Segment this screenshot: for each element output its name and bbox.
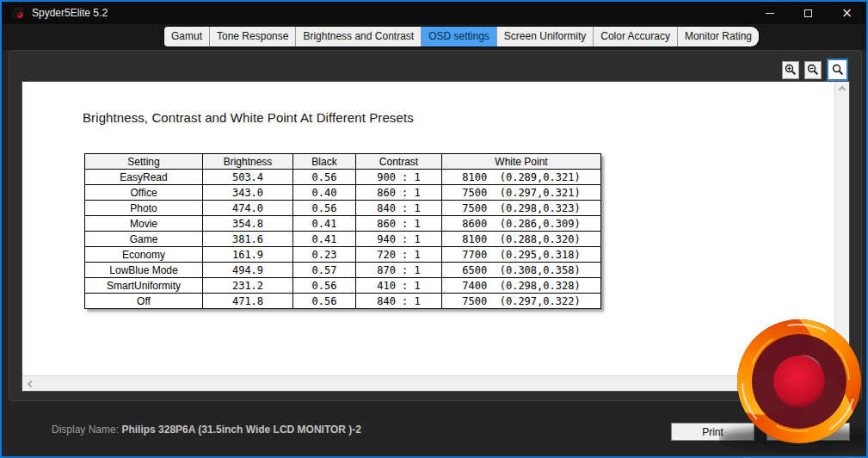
display-name-label: Display Name:	[52, 424, 119, 436]
value-cell: 720 : 1	[356, 247, 442, 263]
setting-cell: EasyRead	[85, 170, 203, 185]
value-cell: 7500 (0.298,0.323)	[442, 201, 601, 216]
setting-cell: SmartUniformity	[85, 278, 203, 294]
tab-color-accuracy[interactable]: Color Accuracy	[594, 27, 678, 46]
app-window: Spyder5Elite 5.2 × Gamut Tone Response B…	[0, 0, 868, 458]
column-header: Setting	[85, 154, 203, 170]
setting-cell: Economy	[85, 247, 203, 263]
column-header: White Point	[442, 154, 601, 170]
display-name: Display Name: Philips 328P6A (31.5inch W…	[52, 424, 361, 436]
value-cell: 7500 (0.297,0.322)	[442, 294, 601, 309]
table-row: Game381.60.41940 : 18100 (0.288,0.320)	[85, 232, 601, 247]
value-cell: 0.56	[293, 294, 356, 309]
value-cell: 840 : 1	[356, 294, 442, 309]
tab-group: Gamut Tone Response Brightness and Contr…	[164, 27, 759, 46]
table-row: Off471.80.56840 : 17500 (0.297,0.322)	[85, 294, 601, 309]
value-cell: 7400 (0.298,0.328)	[442, 278, 601, 294]
setting-cell: LowBlue Mode	[85, 263, 203, 278]
close-button[interactable]: ×	[828, 2, 866, 24]
value-cell: 354.8	[203, 216, 293, 232]
value-cell: 940 : 1	[356, 232, 442, 247]
column-header: Contrast	[356, 154, 442, 170]
results-table: SettingBrightnessBlackContrastWhite Poin…	[84, 153, 601, 309]
value-cell: 0.40	[293, 185, 356, 201]
table-row: Economy161.90.23720 : 17700 (0.295,0.318…	[85, 247, 601, 263]
minimize-icon	[766, 13, 774, 14]
table-row: Office343.00.40860 : 17500 (0.297,0.321)	[85, 185, 601, 201]
tab-tone-response[interactable]: Tone Response	[210, 27, 296, 46]
magnifier-plus-icon	[785, 64, 797, 76]
setting-cell: Game	[85, 232, 203, 247]
spyder-logo	[719, 315, 868, 458]
magnifier-minus-icon	[807, 64, 819, 76]
table-row: SmartUniformity231.20.56410 : 17400 (0.2…	[85, 278, 601, 294]
value-cell: 161.9	[203, 247, 293, 263]
window-controls: ×	[750, 2, 866, 24]
value-cell: 840 : 1	[356, 201, 442, 216]
value-cell: 503.4	[203, 170, 293, 185]
tab-brightness-and-contrast[interactable]: Brightness and Contrast	[296, 27, 422, 46]
value-cell: 7500 (0.297,0.321)	[442, 185, 601, 201]
value-cell: 494.9	[203, 263, 293, 278]
zoom-toolbar	[782, 59, 848, 81]
value-cell: 343.0	[203, 185, 293, 201]
value-cell: 6500 (0.308,0.358)	[442, 263, 601, 278]
zoom-in-button[interactable]	[782, 61, 799, 79]
value-cell: 900 : 1	[356, 170, 442, 185]
report-title: Brightness, Contrast and White Point At …	[83, 110, 414, 125]
value-cell: 8100 (0.288,0.320)	[442, 232, 601, 247]
zoom-reset-button[interactable]	[827, 59, 848, 81]
tab-screen-uniformity[interactable]: Screen Uniformity	[497, 27, 594, 46]
spyder-app-icon	[11, 6, 25, 20]
setting-cell: Office	[85, 185, 203, 201]
column-header: Brightness	[203, 154, 293, 170]
setting-cell: Off	[85, 294, 203, 309]
value-cell: 0.56	[293, 278, 356, 294]
value-cell: 0.56	[293, 170, 356, 185]
maximize-button[interactable]	[789, 2, 828, 24]
tab-monitor-rating[interactable]: Monitor Rating	[678, 27, 759, 46]
value-cell: 231.2	[203, 278, 293, 294]
tab-strip: Gamut Tone Response Brightness and Contr…	[2, 24, 866, 50]
window-title: Spyder5Elite 5.2	[32, 7, 108, 19]
table-row: Movie354.80.41860 : 18600 (0.286,0.309)	[85, 216, 601, 232]
value-cell: 0.56	[293, 201, 356, 216]
minimize-button[interactable]	[750, 2, 789, 24]
column-header: Black	[293, 154, 356, 170]
value-cell: 7700 (0.295,0.318)	[442, 247, 601, 263]
setting-cell: Photo	[85, 201, 203, 216]
results-table-body: EasyRead503.40.56900 : 18100 (0.289,0.32…	[85, 170, 601, 309]
table-row: LowBlue Mode494.90.57870 : 16500 (0.308,…	[85, 263, 601, 278]
table-row: Photo474.00.56840 : 17500 (0.298,0.323)	[85, 201, 601, 216]
value-cell: 860 : 1	[356, 185, 442, 201]
value-cell: 8600 (0.286,0.309)	[442, 216, 601, 232]
value-cell: 471.8	[203, 294, 293, 309]
table-row: EasyRead503.40.56900 : 18100 (0.289,0.32…	[85, 170, 601, 185]
value-cell: 8100 (0.289,0.321)	[442, 170, 601, 185]
report-canvas: Brightness, Contrast and White Point At …	[22, 82, 834, 375]
value-cell: 410 : 1	[356, 278, 442, 294]
zoom-out-button[interactable]	[804, 61, 822, 79]
value-cell: 860 : 1	[356, 216, 442, 232]
value-cell: 870 : 1	[356, 263, 442, 278]
title-bar: Spyder5Elite 5.2 ×	[2, 2, 866, 24]
value-cell: 0.57	[293, 263, 356, 278]
tab-osd-settings[interactable]: OSD settings	[422, 27, 497, 46]
tab-gamut[interactable]: Gamut	[164, 27, 210, 46]
maximize-icon	[804, 9, 812, 17]
display-name-value: Philips 328P6A (31.5inch Wide LCD MONITO…	[121, 424, 361, 436]
setting-cell: Movie	[85, 216, 203, 232]
value-cell: 474.0	[203, 201, 293, 216]
value-cell: 381.6	[203, 232, 293, 247]
close-icon: ×	[841, 7, 853, 20]
value-cell: 0.41	[293, 232, 356, 247]
value-cell: 0.41	[293, 216, 356, 232]
results-table-head-row: SettingBrightnessBlackContrastWhite Poin…	[85, 154, 601, 170]
scroll-left-icon[interactable]	[28, 380, 34, 387]
value-cell: 0.23	[293, 247, 356, 263]
magnifier-icon	[832, 64, 844, 76]
scroll-up-icon[interactable]	[839, 86, 846, 93]
